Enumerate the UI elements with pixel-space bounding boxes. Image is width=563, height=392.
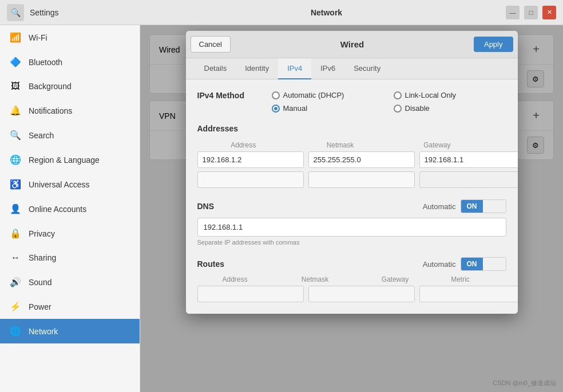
routes-auto-label: Automatic	[423, 260, 456, 269]
sidebar-item-online[interactable]: 👤 Online Accounts	[0, 197, 140, 221]
radio-circle-manual	[272, 105, 280, 113]
titlebar: 🔍 Settings Network — □ ✕	[0, 0, 563, 25]
background-icon: 🖼	[9, 81, 22, 91]
content-area: 📶 Wi-Fi 🔷 Bluetooth 🖼 Background 🔔 Notif…	[0, 25, 563, 392]
dns-input[interactable]	[197, 218, 506, 237]
tab-security[interactable]: Security	[344, 58, 390, 79]
routes-gateway-input[interactable]	[419, 286, 518, 302]
sidebar-label-wifi: Wi-Fi	[29, 33, 47, 42]
radio-circle-disable	[394, 105, 402, 113]
sidebar-item-search[interactable]: 🔍 Search	[0, 123, 140, 147]
radio-label-disable: Disable	[405, 104, 430, 113]
region-icon: 🌐	[9, 154, 22, 165]
titlebar-left: 🔍 Settings	[7, 4, 147, 21]
wifi-icon: 📶	[9, 32, 22, 43]
radio-dhcp[interactable]: Automatic (DHCP)	[272, 91, 384, 99]
sidebar-item-network[interactable]: 🌐 Network	[0, 319, 140, 343]
sidebar: 📶 Wi-Fi 🔷 Bluetooth 🖼 Background 🔔 Notif…	[0, 25, 140, 392]
address-row-2: ✕	[197, 171, 506, 188]
radio-linklocal[interactable]: Link-Local Only	[394, 91, 506, 99]
sidebar-label-sound: Sound	[29, 278, 51, 287]
routes-col-address: Address	[197, 275, 273, 283]
routes-col-gateway: Gateway	[358, 275, 433, 283]
routes-section: Routes Automatic ON Address Netmask	[197, 257, 506, 302]
titlebar-right: — □ ✕	[506, 6, 556, 19]
sidebar-item-privacy[interactable]: 🔒 Privacy	[0, 221, 140, 246]
dialog-title: Wired	[231, 39, 474, 49]
sidebar-label-notifications: Notifications	[29, 106, 72, 115]
address-input-1[interactable]	[197, 151, 304, 168]
close-button[interactable]: ✕	[542, 6, 556, 19]
sidebar-item-sharing[interactable]: ↔ Sharing	[0, 246, 140, 270]
dns-toggle-on[interactable]: ON	[461, 200, 483, 213]
routes-address-input[interactable]	[197, 286, 304, 302]
routes-netmask-input[interactable]	[308, 286, 415, 302]
sidebar-label-online: Online Accounts	[29, 205, 86, 214]
gateway-input-2[interactable]	[419, 171, 518, 188]
radio-label-dhcp: Automatic (DHCP)	[283, 91, 344, 99]
col-header-netmask: Netmask	[294, 141, 386, 149]
search-button[interactable]: 🔍	[7, 4, 24, 21]
sidebar-label-power: Power	[29, 302, 51, 311]
sidebar-item-universal[interactable]: ♿ Universal Access	[0, 172, 140, 197]
main-window: 🔍 Settings Network — □ ✕ 📶 Wi-Fi 🔷 Bluet…	[0, 0, 563, 392]
dns-hint: Separate IP addresses with commas	[197, 239, 506, 246]
radio-label-linklocal: Link-Local Only	[405, 91, 457, 99]
dns-auto-label: Automatic	[423, 202, 456, 211]
dns-section: DNS Automatic ON Separate IP addresses w…	[197, 199, 506, 246]
minimize-button[interactable]: —	[506, 6, 520, 19]
sidebar-item-sound[interactable]: 🔊 Sound	[0, 270, 140, 294]
apply-button[interactable]: Apply	[474, 37, 513, 52]
tab-details[interactable]: Details	[195, 58, 236, 79]
netmask-input-2[interactable]	[308, 171, 415, 188]
radio-manual[interactable]: Manual	[272, 104, 384, 113]
col-header-gateway: Gateway	[391, 141, 483, 149]
bluetooth-icon: 🔷	[9, 57, 22, 67]
address-input-2[interactable]	[197, 171, 304, 188]
dialog-tabs: Details Identity IPv4 IPv6 Security	[186, 58, 518, 79]
tab-ipv4[interactable]: IPv4	[278, 58, 311, 79]
dns-toggle[interactable]: ON	[461, 199, 506, 213]
routes-toggle-off[interactable]	[483, 258, 506, 270]
radio-circle-linklocal	[394, 91, 402, 99]
sidebar-item-notifications[interactable]: 🔔 Notifications	[0, 98, 140, 123]
tab-ipv6[interactable]: IPv6	[311, 58, 344, 79]
sidebar-label-bluetooth: Bluetooth	[29, 58, 62, 67]
sidebar-item-wifi[interactable]: 📶 Wi-Fi	[0, 25, 140, 50]
radio-disable[interactable]: Disable	[394, 104, 506, 113]
sidebar-item-power[interactable]: ⚡ Power	[0, 294, 140, 319]
routes-toggle-on[interactable]: ON	[461, 258, 483, 270]
address-row-1: ✕	[197, 151, 506, 168]
titlebar-center: Network	[147, 8, 506, 17]
power-icon: ⚡	[9, 301, 22, 312]
cancel-button[interactable]: Cancel	[191, 36, 231, 53]
sidebar-item-region[interactable]: 🌐 Region & Language	[0, 147, 140, 172]
routes-headers: Address Netmask Gateway Metric	[197, 275, 506, 283]
netmask-input-1[interactable]	[308, 151, 415, 168]
sharing-icon: ↔	[9, 253, 22, 263]
sidebar-label-privacy: Privacy	[29, 229, 55, 238]
sidebar-item-background[interactable]: 🖼 Background	[0, 74, 140, 98]
tab-identity[interactable]: Identity	[236, 58, 278, 79]
main-panel: Wired + ⚙ VPN + ⚙	[140, 25, 563, 392]
dns-title: DNS	[197, 202, 423, 211]
notifications-icon: 🔔	[9, 105, 22, 116]
addresses-title: Addresses	[197, 124, 506, 133]
settings-label: Settings	[30, 8, 59, 17]
titlebar-network-label: Network	[311, 8, 342, 17]
privacy-icon: 🔒	[9, 228, 22, 239]
routes-toggle[interactable]: ON	[461, 257, 506, 271]
online-icon: 👤	[9, 203, 22, 214]
sidebar-item-bluetooth[interactable]: 🔷 Bluetooth	[0, 50, 140, 74]
sound-icon: 🔊	[9, 277, 22, 287]
dns-header: DNS Automatic ON	[197, 199, 506, 213]
routes-header: Routes Automatic ON	[197, 257, 506, 271]
dialog-overlay: Cancel Wired Apply Details Identity	[140, 25, 563, 392]
maximize-button[interactable]: □	[524, 6, 538, 19]
wired-dialog: Cancel Wired Apply Details Identity	[186, 31, 518, 314]
gateway-input-1[interactable]	[419, 151, 518, 168]
sidebar-label-universal: Universal Access	[29, 180, 90, 189]
network-icon: 🌐	[9, 326, 22, 337]
dns-toggle-off[interactable]	[483, 200, 506, 213]
routes-col-metric: Metric	[438, 275, 483, 283]
